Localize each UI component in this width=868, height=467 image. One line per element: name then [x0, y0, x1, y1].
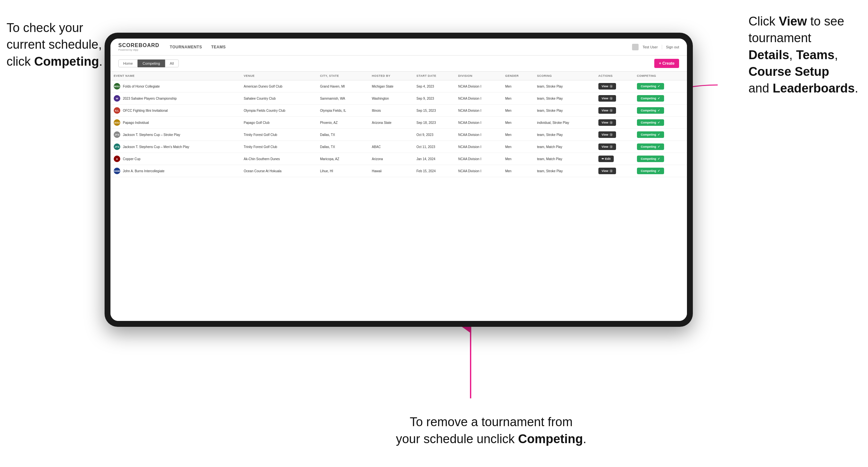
table-body: MSU Folds of Honor Collegiate American D…	[111, 81, 687, 177]
event-name-text: Folds of Honor Collegiate	[123, 85, 160, 88]
cell-actions: View i	[595, 165, 634, 177]
col-competing: COMPETING	[634, 71, 687, 81]
cell-city-state: Dallas, TX	[317, 129, 369, 141]
team-logo: MSU	[114, 83, 120, 90]
cell-hosted-by: Michigan State	[369, 81, 413, 92]
cell-start-date: Oct 11, 2023	[413, 141, 455, 153]
cell-division: NCAA Division I	[455, 129, 502, 141]
tab-competing[interactable]: Competing	[137, 60, 165, 67]
event-name-text: John A. Burns Intercollegiate	[123, 169, 164, 173]
view-button[interactable]: View i	[598, 144, 616, 150]
cell-event-name: JTS Jackson T. Stephens Cup – Stroke Pla…	[111, 129, 241, 141]
cell-competing: Competing ✓	[634, 153, 687, 165]
col-gender: GENDER	[502, 71, 534, 81]
cell-division: NCAA Division I	[455, 117, 502, 129]
competing-button[interactable]: Competing ✓	[637, 95, 664, 102]
cell-hosted-by: Hawaii	[369, 165, 413, 177]
cell-competing: Competing ✓	[634, 129, 687, 141]
cell-gender: Men	[502, 141, 534, 153]
table-header-row: EVENT NAME VENUE CITY, STATE HOSTED BY S…	[111, 71, 687, 81]
event-name-text: Jackson T. Stephens Cup – Men's Match Pl…	[123, 145, 189, 149]
create-button[interactable]: + Create	[654, 59, 679, 68]
filter-tabs: Home Competing All	[118, 60, 179, 67]
cell-gender: Men	[502, 81, 534, 92]
tab-all[interactable]: All	[165, 60, 179, 67]
annotation-bottom: To remove a tournament from your schedul…	[396, 414, 586, 447]
cell-actions: View i	[595, 92, 634, 104]
cell-competing: Competing ✓	[634, 141, 687, 153]
cell-actions: View i	[595, 117, 634, 129]
competing-button[interactable]: Competing ✓	[637, 156, 664, 162]
cell-city-state: Grand Haven, MI	[317, 81, 369, 92]
cell-event-name: ILL OFCC Fighting Illini Invitational	[111, 104, 241, 117]
cell-start-date: Sep 4, 2023	[413, 81, 455, 92]
nav-tournaments[interactable]: TOURNAMENTS	[170, 45, 202, 49]
cell-competing: Competing ✓	[634, 81, 687, 92]
cell-gender: Men	[502, 117, 534, 129]
nav-links: TOURNAMENTS TEAMS	[170, 45, 226, 49]
competing-button[interactable]: Competing ✓	[637, 168, 664, 174]
cell-actions: View i	[595, 104, 634, 117]
cell-division: NCAA Division I	[455, 92, 502, 104]
team-logo: HAW	[114, 168, 120, 174]
cell-city-state: Sammamish, WA	[317, 92, 369, 104]
cell-division: NCAA Division I	[455, 81, 502, 92]
cell-start-date: Sep 9, 2023	[413, 92, 455, 104]
cell-city-state: Phoenix, AZ	[317, 117, 369, 129]
cell-venue: Olympia Fields Country Club	[241, 104, 317, 117]
table-row: A Copper Cup Ak-Chin Southern DunesMaric…	[111, 153, 687, 165]
view-button[interactable]: View i	[598, 131, 616, 138]
cell-hosted-by: Illinois	[369, 104, 413, 117]
competing-button[interactable]: Competing ✓	[637, 144, 664, 150]
team-logo: ASU	[114, 119, 120, 126]
sign-out-link[interactable]: Sign out	[666, 45, 679, 49]
view-button[interactable]: View i	[598, 107, 616, 114]
view-button[interactable]: View i	[598, 95, 616, 102]
cell-start-date: Jan 14, 2024	[413, 153, 455, 165]
cell-actions: View i	[595, 129, 634, 141]
col-hosted-by: HOSTED BY	[369, 71, 413, 81]
cell-gender: Men	[502, 129, 534, 141]
team-logo: A	[114, 156, 120, 162]
cell-event-name: A Copper Cup	[111, 153, 241, 165]
competing-button[interactable]: Competing ✓	[637, 83, 664, 90]
cell-scoring: team, Stroke Play	[534, 165, 595, 177]
cell-scoring: team, Stroke Play	[534, 129, 595, 141]
edit-button[interactable]: ✏ Edit	[598, 156, 614, 162]
col-division: DIVISION	[455, 71, 502, 81]
col-venue: VENUE	[241, 71, 317, 81]
cell-start-date: Sep 18, 2023	[413, 117, 455, 129]
cell-city-state: Maricopa, AZ	[317, 153, 369, 165]
cell-gender: Men	[502, 104, 534, 117]
cell-division: NCAA Division I	[455, 141, 502, 153]
tournament-table: EVENT NAME VENUE CITY, STATE HOSTED BY S…	[111, 71, 687, 177]
col-start-date: START DATE	[413, 71, 455, 81]
cell-competing: Competing ✓	[634, 92, 687, 104]
cell-competing: Competing ✓	[634, 104, 687, 117]
event-name-text: Papago Individual	[123, 121, 149, 125]
team-logo: ILL	[114, 107, 120, 114]
cell-gender: Men	[502, 165, 534, 177]
event-name-text: OFCC Fighting Illini Invitational	[123, 109, 168, 113]
cell-venue: Sahalee Country Club	[241, 92, 317, 104]
annotation-top-left: To check your current schedule, click Co…	[6, 20, 102, 70]
view-button[interactable]: View i	[598, 168, 616, 174]
cell-actions: View i	[595, 81, 634, 92]
cell-venue: Papago Golf Club	[241, 117, 317, 129]
col-scoring: SCORING	[534, 71, 595, 81]
cell-hosted-by	[369, 129, 413, 141]
logo-subtitle: Powered by clipp	[118, 49, 159, 51]
user-avatar	[632, 44, 639, 50]
view-button[interactable]: View i	[598, 119, 616, 126]
tab-home[interactable]: Home	[118, 60, 137, 67]
cell-venue: Ocean Course At Hokuala	[241, 165, 317, 177]
view-button[interactable]: View i	[598, 83, 616, 90]
divider	[662, 45, 662, 49]
competing-button[interactable]: Competing ✓	[637, 131, 664, 138]
nav-teams[interactable]: TEAMS	[211, 45, 226, 49]
competing-button[interactable]: Competing ✓	[637, 119, 664, 126]
cell-scoring: team, Match Play	[534, 141, 595, 153]
table-row: W 2023 Sahalee Players Championship Saha…	[111, 92, 687, 104]
competing-button[interactable]: Competing ✓	[637, 107, 664, 114]
cell-event-name: W 2023 Sahalee Players Championship	[111, 92, 241, 104]
